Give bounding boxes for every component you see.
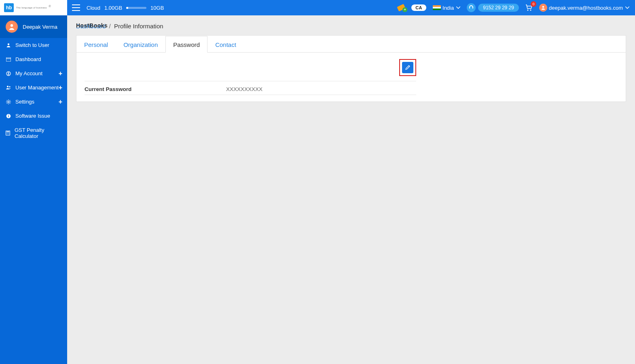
cart-count-badge: 0: [531, 1, 536, 7]
sidebar-profile[interactable]: Deepak Verma: [0, 15, 67, 38]
sidebar-item-settings[interactable]: Settings+: [0, 95, 67, 109]
plus-icon: +: [402, 7, 407, 12]
ticket-button[interactable]: +: [398, 5, 405, 10]
sidebar-item-gst-penalty-calculator[interactable]: GST Penalty Calculator: [0, 123, 67, 143]
profile-card: PersonalOrganizationPasswordContact Curr…: [76, 35, 626, 102]
user-email: deepak.verma@hostbooks.com: [549, 5, 623, 11]
sidebar-item-label: Settings: [15, 99, 34, 105]
password-field-row: Current Password XXXXXXXXXX: [85, 81, 416, 95]
ca-badge-text: CA: [411, 4, 426, 11]
plus-icon: +: [59, 99, 62, 105]
svg-point-10: [8, 101, 9, 103]
sidebar-item-user-management[interactable]: User Management+: [0, 80, 67, 95]
sidebar-item-switch-to-user[interactable]: Switch to User: [0, 38, 67, 52]
storage-bar: [126, 7, 146, 9]
india-flag-icon: [433, 5, 441, 10]
country-selector[interactable]: India: [433, 5, 460, 11]
field-value: XXXXXXXXXX: [226, 86, 262, 92]
phone-number: 9152 29 29 29: [478, 4, 519, 12]
svg-point-7: [8, 72, 9, 73]
chevron-down-icon: [456, 6, 460, 9]
cloud-total: 10GB: [150, 5, 164, 11]
plus-icon: +: [59, 85, 62, 91]
svg-point-0: [527, 10, 528, 11]
user-menu[interactable]: deepak.verma@hostbooks.com: [539, 4, 629, 12]
plus-icon: +: [59, 70, 62, 77]
sidebar-item-label: User Management: [15, 85, 59, 91]
country-label: India: [442, 5, 454, 11]
sidebar-item-label: Dashboard: [15, 56, 41, 62]
svg-point-19: [7, 134, 7, 134]
calc-icon: [6, 131, 11, 135]
logo-tagline: The language of business: [16, 6, 47, 9]
tab-password[interactable]: Password: [165, 36, 207, 53]
dash-icon: [6, 57, 11, 61]
logo-badge-icon: hb: [4, 3, 14, 12]
chevron-down-icon: [625, 6, 629, 9]
field-label: Current Password: [85, 86, 226, 92]
topbar: hb HostBooks The language of business ® …: [0, 0, 635, 15]
sidebar: Deepak Verma Switch to UserDashboardMy A…: [0, 15, 67, 364]
sidebar-item-dashboard[interactable]: Dashboard: [0, 52, 67, 66]
logo-brand: HostBooks: [67, 15, 635, 30]
sidebar-item-label: My Account: [15, 70, 42, 76]
storage-fill: [126, 7, 128, 9]
user-icon: [6, 43, 11, 48]
svg-point-17: [8, 133, 8, 133]
ca-badge[interactable]: CA: [411, 4, 426, 11]
svg-rect-12: [8, 116, 8, 117]
cloud-used: 1.00GB: [104, 5, 122, 11]
tab-row: PersonalOrganizationPasswordContact: [76, 36, 626, 53]
support-phone[interactable]: 9152 29 29 29: [467, 3, 519, 12]
svg-point-16: [7, 133, 7, 133]
sidebar-user-name: Deepak Verma: [23, 24, 57, 30]
tab-contact[interactable]: Contact: [207, 36, 244, 53]
password-panel: Current Password XXXXXXXXXX: [76, 53, 626, 102]
svg-point-4: [8, 43, 9, 45]
svg-point-21: [9, 134, 9, 134]
sidebar-item-label: GST Penalty Calculator: [15, 127, 61, 139]
svg-point-1: [530, 10, 531, 11]
edit-highlight: [399, 59, 416, 76]
users-icon: [6, 85, 11, 90]
avatar-icon: [6, 21, 18, 33]
svg-point-18: [9, 133, 9, 133]
pencil-icon: [405, 65, 411, 70]
tab-organization[interactable]: Organization: [116, 36, 165, 53]
svg-point-8: [7, 86, 8, 87]
cart-button[interactable]: 0: [525, 4, 533, 11]
avatar-icon: [539, 4, 547, 12]
account-icon: [6, 71, 11, 76]
gear-icon: [6, 99, 11, 104]
storage-indicator: Cloud 1.00GB 10GB: [87, 5, 164, 11]
svg-rect-15: [6, 131, 9, 132]
edit-password-button[interactable]: [402, 62, 413, 73]
svg-point-3: [11, 24, 13, 27]
registered-icon: ®: [49, 4, 51, 8]
svg-rect-5: [6, 57, 11, 61]
sidebar-item-label: Software Issue: [15, 113, 50, 119]
svg-point-20: [8, 134, 8, 134]
main-content: Dashboard / Profile Information Personal…: [67, 15, 635, 364]
hamburger-menu-icon[interactable]: [72, 4, 80, 11]
svg-point-2: [542, 6, 544, 8]
logo[interactable]: hb HostBooks The language of business ®: [0, 0, 67, 15]
svg-point-9: [9, 86, 10, 87]
sidebar-item-my-account[interactable]: My Account+: [0, 66, 67, 80]
sidebar-item-software-issue[interactable]: Software Issue: [0, 109, 67, 123]
svg-point-13: [8, 114, 9, 115]
headset-icon: [467, 3, 476, 12]
cloud-label: Cloud: [87, 5, 100, 11]
sidebar-item-label: Switch to User: [15, 42, 49, 48]
info-icon: [6, 114, 11, 119]
tab-personal[interactable]: Personal: [76, 36, 116, 53]
